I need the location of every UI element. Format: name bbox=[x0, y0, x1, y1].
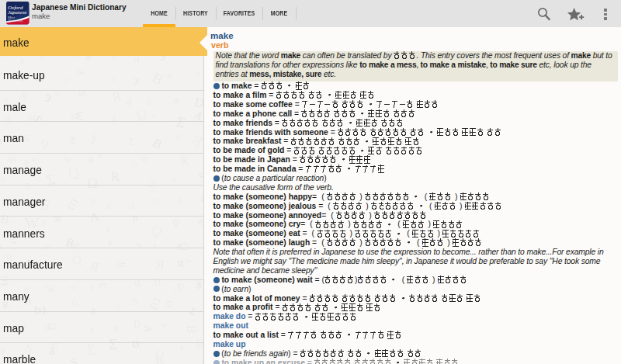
svg-text:Japanese: Japanese bbox=[8, 9, 27, 15]
svg-text:Dictionary: Dictionary bbox=[8, 19, 23, 23]
